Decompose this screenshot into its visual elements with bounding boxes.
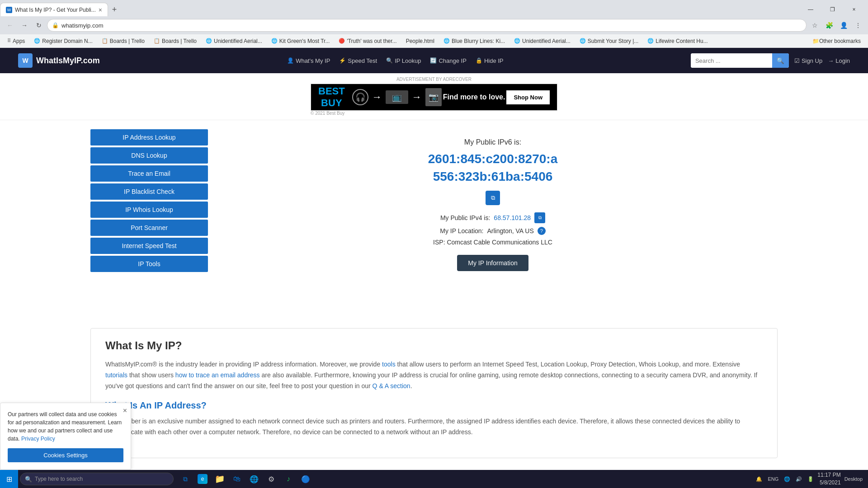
taskbar-store[interactable]: 🛍 [229,471,245,476]
bookmark-9[interactable]: 🌐 Unidentified Aerial... [510,37,574,45]
refresh-button[interactable]: ↻ [33,19,45,32]
url-text: whatismyip.com [61,22,103,29]
bookmark-3[interactable]: 📋 Boards | Trello [150,37,200,45]
minimize-button[interactable]: — [800,3,821,16]
bookmark-1[interactable]: 🌐 Register Domain N... [30,37,96,45]
site-nav: 👤 What's My IP ⚡ Speed Test 🔍 IP Lookup … [287,57,503,64]
sidebar-dns-lookup[interactable]: DNS Lookup [90,147,208,164]
privacy-link[interactable]: Privacy Policy [21,436,55,442]
cookie-banner: × Our partners will collect data and use… [0,403,131,470]
cookie-close-button[interactable]: × [123,407,127,415]
bookmarks-bar: ⠿ Apps 🌐 Register Domain N... 📋 Boards |… [0,34,868,48]
ad-products: 🎧 → 📺 → 📷 [352,88,442,106]
search-icon: 🔍 [386,57,393,64]
taskbar-app8[interactable]: 🔵 [297,471,314,476]
forward-button[interactable]: → [18,19,31,32]
back-button[interactable]: ← [4,19,16,32]
cookies-settings-button[interactable]: Cookies Settings [8,448,123,462]
search-button[interactable]: 🔍 [772,53,789,68]
bookmark-6[interactable]: 🔴 'Truth' was out ther... [335,37,400,45]
bookmark-8[interactable]: 🌐 Blue Blurry Lines: Ki... [440,37,509,45]
taskbar-explorer[interactable]: 📁 [212,471,228,476]
bookmark-2[interactable]: 📋 Boards | Trello [98,37,148,45]
tab-bar: W What Is My IP? - Get Your Publi... × +… [0,0,868,16]
bookmark-5[interactable]: 🌐 Kit Green's Most Tr... [268,37,334,45]
bookmark-7[interactable]: People.html [402,37,438,45]
ipv6-address: 2601:845:c200:8270:a 556:323b:61ba:5406 [428,150,557,185]
login-button[interactable]: → Login [828,57,850,64]
extensions-btn[interactable]: 🧩 [823,19,835,32]
sidebar-ip-whois-lookup[interactable]: IP Whois Lookup [90,202,208,218]
ipv4-address-link[interactable]: 68.57.101.28 [494,214,531,221]
task-view-icon: ⧉ [180,474,190,476]
isp-row: ISP: Comcast Cable Communications LLC [433,239,552,246]
ipv6-label: My Public IPv6 is: [464,138,521,146]
address-bar[interactable]: 🔒 whatismyip.com [47,19,807,32]
sidebar-trace-email[interactable]: Trace an Email [90,165,208,182]
tab-favicon: W [6,7,12,13]
taskbar-right: 🔔 ENG 🌐 🔊 🔋 11:17 PM 5/8/2021 Desktop [754,471,868,476]
nav-speed-test[interactable]: ⚡ Speed Test [339,57,377,64]
profile-btn[interactable]: 👤 [837,19,850,32]
site-logo[interactable]: W WhatIsMyIP.com [18,53,100,68]
my-ip-info-button[interactable]: My IP Information [457,255,528,271]
ad-brand: BEST BUY [318,85,345,109]
bookmark-other[interactable]: 📁 Other bookmarks [809,37,864,45]
menu-btn[interactable]: ⋮ [852,19,864,32]
location-info-icon[interactable]: ? [538,227,546,235]
site-header: W WhatIsMyIP.com 👤 What's My IP ⚡ Speed … [0,48,868,73]
taskbar-clock: 11:17 PM 5/8/2021 [817,471,840,476]
explorer-icon: 📁 [215,474,225,476]
sidebar-ip-blacklist-check[interactable]: IP Blacklist Check [90,183,208,200]
logo-icon: W [18,53,33,68]
taskbar-app-icons: ⧉ e 📁 🛍 🌐 ⚙ ♪ 🔵 [177,471,314,476]
copy-ipv4-button[interactable]: ⧉ [534,212,545,223]
edge-icon: e [198,474,208,476]
tab-title: What Is My IP? - Get Your Publi... [15,7,96,13]
start-button[interactable]: ⊞ [0,470,18,476]
search-input[interactable] [691,53,772,68]
taskbar-search-box[interactable]: 🔍 Type here to search [20,473,174,476]
trace-email-link[interactable]: how to trace an email address [175,371,260,379]
ad-shop-button[interactable]: Shop Now [506,90,550,104]
nav-change-ip[interactable]: 🔄 Change IP [430,57,466,64]
new-tab-button[interactable]: + [108,3,121,16]
sign-up-button[interactable]: ☑ Sign Up [794,57,822,64]
qa-link[interactable]: Q & A section [373,382,410,389]
ad-tagline: Find more to love. [442,93,507,101]
ad-label: ADVERTISEMENT BY ADRECOVER [4,77,864,82]
app8-icon: 🔵 [301,474,311,476]
nav-whats-my-ip[interactable]: 👤 What's My IP [287,57,330,64]
close-button[interactable]: × [844,3,864,16]
bookmark-4[interactable]: 🌐 Unidentified Aerial... [202,37,266,45]
nav-hide-ip[interactable]: 🔒 Hide IP [476,57,504,64]
restore-button[interactable]: ❐ [822,3,843,16]
cookie-text: Our partners will collect data and use c… [8,410,123,443]
active-tab[interactable]: W What Is My IP? - Get Your Publi... × [0,3,108,16]
tab-close-btn[interactable]: × [99,6,102,14]
tools-link[interactable]: tools [382,361,396,368]
taskbar-settings[interactable]: ⚙ [263,471,279,476]
sidebar-port-scanner[interactable]: Port Scanner [90,220,208,236]
tutorials-link[interactable]: tutorials [105,371,127,379]
ad-copyright: © 2021 Best Buy [311,111,557,116]
nav-ip-lookup[interactable]: 🔍 IP Lookup [386,57,421,64]
taskbar-spotify[interactable]: ♪ [280,471,297,476]
sidebar-internet-speed-test[interactable]: Internet Speed Test [90,238,208,254]
taskbar-chrome[interactable]: 🌐 [246,471,262,476]
taskbar-task-view[interactable]: ⧉ [177,471,193,476]
sidebar-ip-tools[interactable]: IP Tools [90,256,208,272]
bookmark-star[interactable]: ☆ [808,19,821,32]
bookmark-apps[interactable]: ⠿ Apps [4,37,28,45]
store-icon: 🛍 [232,474,242,476]
taskbar-search-icon: 🔍 [25,476,32,476]
bookmark-11[interactable]: 🌐 Lifewire Content Hu... [644,37,711,45]
copy-ipv6-button[interactable]: ⧉ [486,191,500,205]
bookmark-10[interactable]: 🌐 Submit Your Story |... [576,37,642,45]
ad-banner: BEST BUY 🎧 → 📺 → 📷 Find more to love. Sh… [311,84,557,111]
sidebar-ip-address-lookup[interactable]: IP Address Lookup [90,129,208,145]
ipv4-row: My Public IPv4 is: 68.57.101.28 ⧉ [440,212,545,223]
taskbar-edge[interactable]: e [194,471,211,476]
change-icon: 🔄 [430,57,437,64]
chrome-icon: 🌐 [249,474,259,476]
